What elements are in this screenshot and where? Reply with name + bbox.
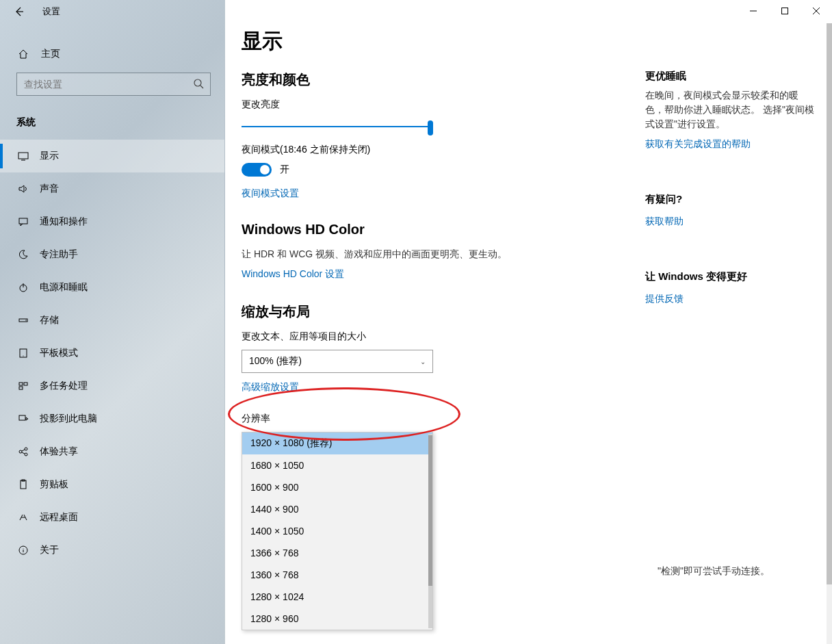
share-icon (16, 446, 30, 457)
nav-label: 多任务处理 (40, 380, 88, 392)
nav-label: 通知和操作 (40, 216, 88, 228)
nav-display[interactable]: 显示 (0, 140, 224, 172)
svg-point-13 (25, 448, 27, 450)
resolution-option[interactable]: 1920 × 1080 (推荐) (242, 433, 432, 454)
nav-projecting[interactable]: 投影到此电脑 (0, 402, 224, 435)
sidebar: 设置 主页 系统 显示 声音 (0, 0, 225, 644)
hd-color-settings-link[interactable]: Windows HD Color 设置 (242, 268, 344, 281)
slider-thumb[interactable] (428, 120, 433, 136)
aside-sleep-title: 更优睡眠 (645, 70, 816, 83)
aside-improve-link[interactable]: 提供反馈 (645, 293, 684, 305)
svg-rect-10 (19, 387, 23, 389)
resolution-option[interactable]: 1440 × 900 (242, 498, 432, 520)
maximize-button[interactable] (769, 0, 801, 22)
nav-label: 专注助手 (40, 248, 78, 261)
svg-rect-9 (24, 383, 27, 385)
night-mode-settings-link[interactable]: 夜间模式设置 (242, 188, 299, 200)
nav-label: 电源和睡眠 (40, 281, 88, 294)
nav-clipboard[interactable]: 剪贴板 (0, 468, 224, 501)
nav-tablet-mode[interactable]: 平板模式 (0, 337, 224, 370)
nav-storage[interactable]: 存储 (0, 304, 224, 337)
scale-select[interactable]: 100% (推荐) ⌄ (242, 350, 433, 373)
nav-power-sleep[interactable]: 电源和睡眠 (0, 271, 224, 304)
titlebar-left: 设置 (0, 0, 224, 23)
detect-hint-text: "检测"即可尝试手动连接。 (658, 565, 770, 578)
close-icon (812, 7, 820, 15)
brightness-slider[interactable] (242, 118, 433, 137)
aside-question-title: 有疑问? (645, 193, 816, 206)
nav-label: 剪贴板 (40, 478, 68, 491)
brightness-label: 更改亮度 (242, 99, 638, 111)
close-button[interactable] (801, 0, 832, 22)
svg-rect-11 (19, 415, 25, 420)
app-title: 设置 (42, 5, 60, 18)
minimize-button[interactable] (738, 0, 769, 22)
svg-rect-15 (21, 480, 26, 489)
resolution-option[interactable]: 1600 × 900 (242, 476, 432, 498)
speaker-icon (16, 183, 30, 194)
home-label: 主页 (41, 48, 60, 60)
main-scrollbar[interactable] (827, 23, 832, 644)
scale-label: 更改文本、应用等项目的大小 (242, 331, 638, 343)
info-icon (16, 545, 30, 556)
svg-point-12 (19, 450, 22, 453)
dropdown-scrollbar[interactable] (428, 434, 432, 628)
moon-icon (16, 249, 30, 260)
aside-sleep-link[interactable]: 获取有关完成设置的帮助 (645, 138, 751, 151)
back-arrow-icon (14, 6, 25, 17)
resolution-dropdown[interactable]: 1920 × 1080 (推荐) 1680 × 1050 1600 × 900 … (242, 432, 433, 630)
resolution-label: 分辨率 (242, 413, 638, 425)
drive-icon (16, 315, 30, 326)
nav-label: 显示 (40, 150, 59, 162)
home-nav[interactable]: 主页 (0, 38, 224, 67)
svg-rect-1 (18, 153, 28, 159)
timeline-icon (16, 381, 30, 391)
nav-label: 关于 (40, 544, 59, 556)
category-label: 系统 (0, 101, 224, 136)
power-icon (16, 282, 30, 293)
minimize-icon (749, 7, 757, 15)
nav-multitasking[interactable]: 多任务处理 (0, 370, 224, 402)
hd-color-description: 让 HDR 和 WCG 视频、游戏和应用中的画面更明亮、更生动。 (242, 247, 638, 261)
home-icon (18, 49, 31, 60)
svg-point-14 (25, 453, 27, 456)
aside-question-link[interactable]: 获取帮助 (645, 216, 684, 228)
back-button[interactable] (5, 0, 33, 23)
advanced-scale-link[interactable]: 高级缩放设置 (242, 381, 299, 394)
resolution-option[interactable]: 1366 × 768 (242, 542, 432, 564)
brightness-section-header: 亮度和颜色 (242, 70, 638, 89)
search-input[interactable] (16, 73, 211, 96)
nav-label: 投影到此电脑 (40, 413, 97, 425)
nav-about[interactable]: 关于 (0, 534, 224, 567)
svg-point-7 (23, 355, 23, 356)
search-icon (193, 78, 204, 91)
nav-label: 声音 (40, 183, 59, 195)
night-mode-toggle[interactable] (242, 163, 272, 177)
nav-label: 体验共享 (40, 446, 78, 458)
chevron-down-icon: ⌄ (420, 358, 426, 365)
scale-value: 100% (推荐) (249, 355, 302, 368)
nav-sound[interactable]: 声音 (0, 172, 224, 205)
resolution-option[interactable]: 1680 × 1050 (242, 454, 432, 476)
nav-remote-desktop[interactable]: 远程桌面 (0, 501, 224, 534)
aside-improve-title: 让 Windows 变得更好 (645, 270, 816, 283)
maximize-icon (781, 7, 789, 15)
resolution-option[interactable]: 1360 × 768 (242, 564, 432, 586)
nav-shared-experiences[interactable]: 体验共享 (0, 435, 224, 468)
nav-label: 存储 (40, 314, 59, 326)
night-mode-state: 开 (280, 164, 289, 176)
remote-icon (16, 512, 30, 523)
nav-notifications[interactable]: 通知和操作 (0, 205, 224, 238)
page-title: 显示 (242, 27, 638, 55)
main-content: 显示 亮度和颜色 更改亮度 夜间模式(18:46 之前保持关闭) 开 夜间模式设… (225, 0, 832, 644)
slider-track (242, 126, 433, 127)
resolution-option[interactable]: 1400 × 1050 (242, 520, 432, 542)
svg-rect-2 (19, 218, 27, 224)
resolution-option[interactable]: 1280 × 1024 (242, 586, 432, 608)
nav-focus-assist[interactable]: 专注助手 (0, 238, 224, 271)
resolution-option[interactable]: 1280 × 960 (242, 608, 432, 630)
dropdown-scrollbar-thumb[interactable] (428, 435, 432, 586)
hd-color-section-header: Windows HD Color (242, 222, 638, 237)
main-scrollbar-thumb[interactable] (827, 23, 832, 584)
night-mode-label: 夜间模式(18:46 之前保持关闭) (242, 144, 638, 156)
